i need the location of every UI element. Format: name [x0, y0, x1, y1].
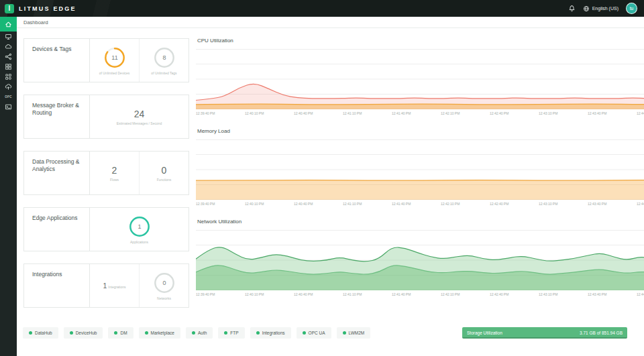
header-right: English (US) tu — [568, 3, 637, 14]
charts-column: CPU Utilization12:39:40 PM12:40:10 PM12:… — [196, 32, 644, 316]
x-tick: 12:41:40 PM — [392, 202, 411, 206]
metric-caption: Flows — [108, 178, 121, 182]
service-chip-auth[interactable]: Auth — [186, 327, 213, 339]
metric-of-unlimited-devices: 11of Unlimited Devices — [90, 39, 139, 82]
svg-text:0: 0 — [162, 280, 166, 286]
svg-text:11: 11 — [111, 54, 117, 61]
breadcrumb-bar: Dashboard — [17, 17, 644, 28]
ring-gauge: 1 — [128, 215, 151, 238]
language-selector[interactable]: English (US) — [583, 5, 619, 12]
x-tick: 12:40:10 PM — [245, 202, 264, 206]
ring-gauge: 8 — [153, 46, 176, 69]
chart-title: Memory Load — [197, 128, 644, 134]
sidebar-item-applications[interactable] — [0, 62, 17, 72]
service-chip-devicehub[interactable]: DeviceHub — [64, 327, 103, 339]
sidebar-item-opc[interactable]: OPC — [0, 92, 17, 102]
service-chip-label: DM — [120, 331, 127, 335]
metric-functions: 0Functions — [139, 152, 189, 194]
stat-card-devices-tags[interactable]: Devices & Tags11of Unlimited Devices8of … — [23, 38, 189, 82]
memory-chart-plot — [196, 139, 644, 200]
storage-value: 3.71 GB of 851.94 GB — [580, 331, 623, 335]
metric-caption: Applications — [128, 240, 150, 244]
ring-gauge: 11 — [103, 46, 126, 69]
cloud-icon — [5, 43, 12, 50]
status-dot-icon — [145, 331, 148, 335]
svg-text:8: 8 — [162, 54, 166, 61]
stat-card-body: 1Integrations0Networks — [89, 264, 189, 307]
stat-card-body: 1Applications — [89, 208, 189, 251]
notifications-bell-icon[interactable] — [568, 5, 576, 12]
metric-caption: Integrations — [108, 285, 125, 289]
sidebar-item-flows[interactable] — [0, 52, 17, 62]
grid-icon — [5, 63, 12, 70]
service-status-row: DataHubDeviceHubDMMarketplaceAuthFTPInte… — [23, 327, 370, 339]
x-tick: 12:41:10 PM — [343, 202, 362, 206]
stat-card-data-processing-analytics[interactable]: Data Processing & Analytics2Flows0Functi… — [23, 151, 189, 195]
status-dot-icon — [343, 331, 346, 335]
sidebar-item-integrations[interactable] — [0, 82, 17, 92]
sidebar-item-system[interactable] — [0, 102, 17, 112]
x-tick: 12:43:40 PM — [588, 111, 606, 115]
home-icon — [5, 21, 12, 28]
storage-label: Storage Utilization — [467, 331, 502, 335]
sidebar-item-dashboard[interactable] — [0, 17, 17, 32]
stat-card-body: 24Estimated Messages / Second — [89, 95, 189, 138]
metric-networks: 0Networks — [139, 264, 189, 307]
metric-caption: Networks — [155, 296, 173, 300]
chart-network: Network Utilization12:39:40 PM12:40:10 P… — [196, 219, 644, 300]
chart-title: CPU Utilization — [197, 38, 644, 44]
x-tick: 12:40:40 PM — [294, 202, 313, 206]
service-chip-integrations[interactable]: Integrations — [250, 327, 291, 339]
x-tick: 12:41:10 PM — [343, 111, 362, 115]
service-chip-label: OPC UA — [309, 331, 325, 335]
stat-card-integrations[interactable]: Integrations1Integrations0Networks — [23, 263, 189, 308]
stat-card-edge-applications[interactable]: Edge Applications1Applications — [23, 207, 189, 251]
globe-icon — [583, 5, 590, 12]
service-chip-opc-ua[interactable]: OPC UA — [297, 327, 331, 339]
service-chip-label: LWM2M — [349, 331, 365, 335]
network-chart-plot — [196, 230, 644, 290]
x-tick: 12:42:40 PM — [490, 111, 508, 115]
x-tick: 12:40:10 PM — [245, 111, 264, 115]
sidebar-item-marketplace[interactable] — [0, 72, 17, 82]
status-dot-icon — [256, 331, 260, 335]
metric-flows: 2Flows — [90, 152, 139, 194]
status-dot-icon — [192, 331, 195, 335]
x-tick: 12:40:40 PM — [294, 292, 313, 296]
stats-column: Devices & Tags11of Unlimited Devices8of … — [23, 38, 189, 320]
x-tick: 12:41:10 PM — [343, 292, 362, 296]
x-tick: 12:39:40 PM — [196, 202, 215, 206]
stat-card-title: Devices & Tags — [24, 39, 89, 82]
stat-card-message-broker-routing[interactable]: Message Broker & Routing24Estimated Mess… — [23, 95, 189, 139]
sidebar-item-devicehub[interactable] — [0, 32, 17, 42]
chart-cpu: CPU Utilization12:39:40 PM12:40:10 PM12:… — [196, 38, 644, 119]
grid2-icon — [5, 73, 12, 80]
x-tick: 12:43:40 PM — [588, 292, 606, 296]
service-chip-ftp[interactable]: FTP — [218, 327, 244, 339]
cpu-x-axis: 12:39:40 PM12:40:10 PM12:40:40 PM12:41:1… — [196, 111, 644, 119]
service-chip-datahub[interactable]: DataHub — [23, 327, 58, 339]
metric-of-unlimited-tags: 8of Unlimited Tags — [139, 39, 189, 82]
stat-card-body: 11of Unlimited Devices8of Unlimited Tags — [89, 39, 189, 82]
language-label: English (US) — [592, 6, 619, 11]
metric-value: 24 — [134, 109, 145, 119]
metric-caption: of Unlimited Devices — [97, 71, 132, 75]
metric-integrations: 1Integrations — [90, 264, 139, 307]
x-tick: 12:40:10 PM — [245, 292, 264, 296]
service-chip-label: FTP — [230, 331, 238, 335]
chart-title: Network Utilization — [197, 219, 644, 225]
stat-card-body: 2Flows0Functions — [89, 152, 189, 194]
user-avatar[interactable]: tu — [626, 3, 637, 14]
sidebar-item-cloud[interactable] — [0, 42, 17, 52]
chart-memory: Memory Load12:39:40 PM12:40:10 PM12:40:4… — [196, 128, 644, 209]
status-dot-icon — [114, 331, 117, 335]
terminal-icon — [5, 103, 12, 111]
service-chip-lwm2m[interactable]: LWM2M — [337, 327, 371, 339]
storage-utilization-bar: Storage Utilization 3.71 GB of 851.94 GB — [462, 327, 627, 339]
service-chip-label: Auth — [198, 331, 207, 335]
metric-caption: of Unlimited Tags — [149, 71, 178, 75]
cloud-upload-icon — [5, 83, 12, 91]
service-chip-marketplace[interactable]: Marketplace — [139, 327, 180, 339]
opc-label: OPC — [5, 95, 12, 99]
service-chip-dm[interactable]: DM — [108, 327, 133, 339]
